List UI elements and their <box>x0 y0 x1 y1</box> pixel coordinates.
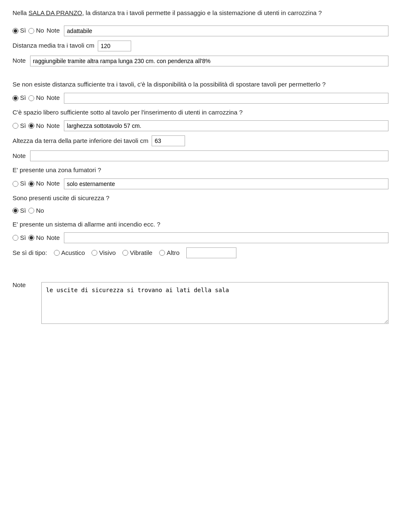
q3-si-label[interactable]: Sì <box>13 121 26 131</box>
tipo-altro-label[interactable]: Altro <box>159 248 180 258</box>
bottom-note-label: Note <box>13 278 36 290</box>
q6-row: Sì No Note <box>13 232 388 243</box>
bottom-note-textarea[interactable]: le uscite di sicurezza si trovano ai lat… <box>41 282 388 324</box>
note-block1-row: Note <box>13 56 388 66</box>
q5-si-label[interactable]: Sì <box>13 206 26 216</box>
note-altezza-row: Note <box>13 150 388 161</box>
note-altezza-input[interactable] <box>30 150 388 161</box>
tipo-visivo-label[interactable]: Visivo <box>91 248 116 258</box>
intro-text: Nella SALA DA PRANZO, la distanza tra i … <box>13 8 388 18</box>
tipo-visivo-radio[interactable] <box>91 250 97 256</box>
q2-note-label: Note <box>46 93 60 103</box>
q4-no-label[interactable]: No <box>28 179 44 188</box>
q5-no-label[interactable]: No <box>28 206 44 216</box>
q5-no-radio[interactable] <box>28 208 34 214</box>
q4-note-label: Note <box>46 179 60 188</box>
q2-text: Se non esiste distanza sufficiente tra i… <box>13 80 388 89</box>
tipo-vibratile-label[interactable]: Vibratile <box>122 248 152 258</box>
q3-note-label: Note <box>46 121 60 131</box>
tipo-label: Se sì di tipo: <box>13 248 47 258</box>
q2-row: Sì No Note <box>13 93 388 104</box>
q2-no-radio[interactable] <box>28 95 34 101</box>
q1-no-radio[interactable] <box>28 28 34 34</box>
q4-row: Sì No Note <box>13 178 388 189</box>
q4-si-label[interactable]: Sì <box>13 179 26 188</box>
note-block1-label: Note <box>13 56 26 66</box>
bottom-note-section: Note le uscite di sicurezza si trovano a… <box>13 278 388 324</box>
q2-no-label[interactable]: No <box>28 93 44 103</box>
altezza-input[interactable] <box>152 135 185 146</box>
tipo-acustico-label[interactable]: Acustico <box>54 248 85 258</box>
q3-note-input[interactable] <box>64 120 388 131</box>
altezza-row: Altezza da terra della parte inferiore d… <box>13 135 388 146</box>
note-block1-input[interactable] <box>30 56 388 66</box>
tipo-acustico-radio[interactable] <box>54 250 60 256</box>
q6-si-label[interactable]: Sì <box>13 233 26 243</box>
q2-si-label[interactable]: Sì <box>13 93 26 103</box>
q4-si-radio[interactable] <box>13 181 18 187</box>
q4-no-radio[interactable] <box>28 181 34 187</box>
q2-si-radio[interactable] <box>13 95 18 101</box>
intro-underline: SALA DA PRANZO <box>28 9 82 16</box>
q4-text: E' presente una zona fumatori ? <box>13 165 388 175</box>
q5-text: Sono presenti uscite di sicurezza ? <box>13 193 388 203</box>
q6-text: E' presente un sistema di allarme anti i… <box>13 220 388 229</box>
tipo-altro-input[interactable] <box>186 247 236 258</box>
q3-row: Sì No Note <box>13 120 388 131</box>
tipo-vibratile-radio[interactable] <box>122 250 128 256</box>
q6-no-label[interactable]: No <box>28 233 44 243</box>
distanza-input[interactable] <box>98 41 131 51</box>
q1-si-label[interactable]: Sì <box>13 26 26 36</box>
q6-note-label: Note <box>46 233 60 243</box>
q3-no-label[interactable]: No <box>28 121 44 131</box>
intro-suffix: , la distanza tra i tavoli permette il p… <box>82 9 322 16</box>
distanza-label: Distanza media tra i tavoli cm <box>13 41 94 51</box>
intro-prefix: Nella <box>13 9 28 16</box>
q6-note-input[interactable] <box>64 232 388 243</box>
distanza-row: Distanza media tra i tavoli cm <box>13 41 388 51</box>
note-altezza-label: Note <box>13 151 26 161</box>
q3-si-radio[interactable] <box>13 123 18 129</box>
q5-row: Sì No <box>13 206 388 216</box>
tipo-altro-radio[interactable] <box>159 250 165 256</box>
q1-note-label: Note <box>46 26 60 36</box>
q2-note-input[interactable] <box>64 93 388 104</box>
q1-row: Sì No Note <box>13 25 388 36</box>
q6-si-radio[interactable] <box>13 235 18 241</box>
q1-no-label[interactable]: No <box>28 26 44 36</box>
tipo-row: Se sì di tipo: Acustico Visivo Vibratile… <box>13 247 388 258</box>
q5-si-radio[interactable] <box>13 208 18 214</box>
q6-no-radio[interactable] <box>28 235 34 241</box>
q3-text: C'è spazio libero sufficiente sotto al t… <box>13 108 388 117</box>
q1-si-radio[interactable] <box>13 28 18 34</box>
q3-no-radio[interactable] <box>28 123 34 129</box>
altezza-label: Altezza da terra della parte inferiore d… <box>13 136 148 146</box>
q4-note-input[interactable] <box>64 178 388 189</box>
q1-note-input[interactable] <box>64 25 388 36</box>
